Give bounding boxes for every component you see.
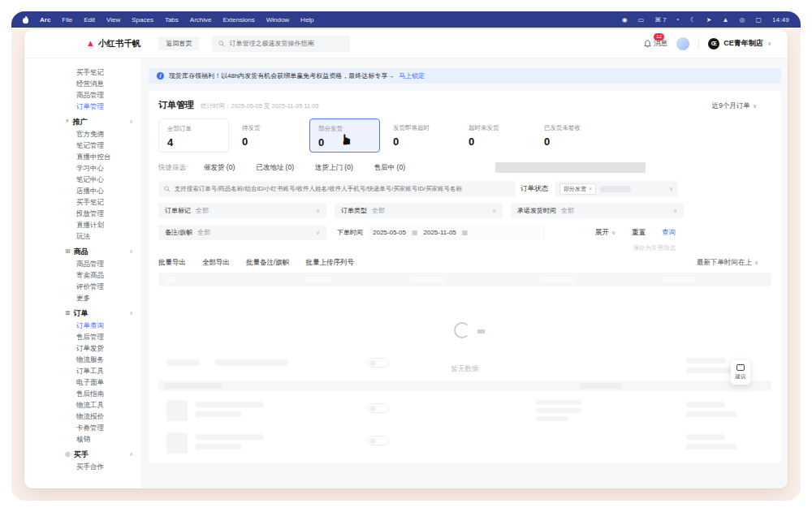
sort-select[interactable]: 最新下单时间在上 ∨ [697,258,758,268]
sidebar-item[interactable]: 物流服务 [24,354,141,365]
sidebar-item[interactable]: 电子面单 [24,376,141,388]
sidebar-item[interactable]: 玩法 [24,230,141,242]
menubar-item[interactable]: Arc [40,16,50,24]
sidebar-item[interactable]: 买手笔记 [24,67,141,78]
order-range-select[interactable]: 近9个月订单 ∨ [712,101,757,111]
sidebar-item[interactable]: 买手笔记 [24,196,141,208]
menubar-item[interactable]: View [106,16,120,24]
stat-card[interactable]: 待发货 0 [234,118,304,153]
sidebar-item[interactable]: 核销 [24,433,141,445]
sidebar-group-header[interactable]: ◎买手∧ [24,449,141,460]
sidebar-item[interactable]: 直播中控台 [24,151,141,162]
stat-card[interactable]: 超时未发货 0 [460,118,531,153]
sidebar-item[interactable]: 商品管理 [24,258,141,269]
header-search-box[interactable] [212,36,350,52]
menubar-item[interactable]: Archive [190,16,212,24]
order-status-tag[interactable]: 部分发货 × [559,183,596,195]
remark-flag-select[interactable]: 备注/旗帜 全部 ∨ [158,225,326,240]
qianfan-logo[interactable]: ▲ 小红书千帆 [86,38,140,49]
date-from-input[interactable]: 2025-05-05 [373,229,406,236]
app-window: ▲ 小红书千帆 返回首页 消息 12 Œ [24,29,788,488]
goods-icon: ⊞ [65,246,71,257]
stat-card[interactable]: 全部订单 4 [158,118,229,153]
promise-time-select[interactable]: 承诺发货时间 全部 ∨ [511,203,684,218]
menubar-item[interactable]: Window [266,16,289,24]
quick-filter-tab[interactable]: 送货上门 (0) [315,163,353,173]
apple-menu-icon[interactable] [23,16,29,24]
sidebar-group-header[interactable]: ⚡推广∧ [24,116,141,127]
menubar-item[interactable]: Edit [84,16,95,24]
record-icon[interactable]: ◉ [622,16,629,24]
order-search-box[interactable] [158,181,516,196]
menubar-item[interactable]: File [62,16,72,24]
menubar-item[interactable]: Extensions [223,16,255,24]
service-avatar[interactable] [676,37,689,50]
sidebar-item[interactable]: 投放管理 [24,208,141,219]
stat-card[interactable]: 已发货未签收 0 [536,118,607,153]
messages-button[interactable]: 消息 12 [644,39,667,49]
search-icon [218,41,225,47]
reset-button[interactable]: 重置 [632,228,646,238]
sidebar-item[interactable]: 订单管理 [24,101,141,112]
sidebar-item[interactable]: 商品管理 [24,89,141,101]
batch-action-link[interactable]: 批量备注/旗帜 [246,258,289,268]
sidebar-item[interactable]: 官方免佣 [24,128,141,140]
sidebar-item[interactable]: 笔记中心 [24,174,141,185]
sidebar-item[interactable]: 物流报价 [24,411,141,422]
batch-action-link[interactable]: 全部导出 [202,258,230,268]
shop-switcher[interactable]: Œ CE青年制店 ∨ [708,38,771,49]
sidebar-item[interactable]: 卡券管理 [24,422,141,433]
sidebar-item[interactable]: 物流工具 [24,399,141,411]
moon-icon[interactable]: ☾ [690,16,698,24]
sidebar-group-header[interactable]: ≣订单∧ [24,308,141,319]
header-search-input[interactable] [229,40,343,47]
sidebar-item[interactable]: 店播中心 [24,185,141,196]
menubar-item[interactable]: Help [300,16,313,24]
sidebar-item[interactable]: 订单查询 [24,320,141,331]
quick-filter-tab[interactable]: 催发货 (0) [204,163,235,173]
chat-bubble-icon[interactable]: ▭ [638,16,646,24]
sidebar-item[interactable]: 买手合作 [24,461,141,472]
remove-tag-icon[interactable]: × [589,186,592,191]
compass-icon[interactable]: ◎ [739,16,746,24]
sidebar-item[interactable]: 订单工具 [24,365,141,376]
date-to-input[interactable]: 2025-11-05 [423,229,456,236]
calendar-icon[interactable]: ▦ [462,229,469,236]
order-mark-select[interactable]: 订单标记 全部 ∨ [158,203,326,218]
sidebar-item[interactable]: 笔记管理 [24,140,141,151]
order-type-select[interactable]: 订单类型 全部 ∨ [335,203,503,218]
bird-icon[interactable]: ➤ [706,16,714,24]
bag-icon[interactable]: ▲ [723,16,731,24]
menubar-item[interactable]: Tabs [165,16,179,24]
quick-filter-tab[interactable]: 售后中 (0) [374,163,405,173]
order-status-select[interactable]: 部分发货 × ∨ [555,181,678,196]
calendar-icon[interactable]: ▦ [412,229,418,236]
loading-spinner-dash [477,329,485,333]
sidebar-item[interactable]: 更多 [24,292,141,303]
batch-action-link[interactable]: 批量导出 [158,258,186,268]
sidebar-item[interactable]: 评价管理 [24,281,141,292]
sidebar-item[interactable]: 学习中心 [24,162,141,174]
back-home-button[interactable]: 返回首页 [158,37,199,50]
save-filter-hint[interactable]: 保存为常用筛选 [158,244,771,252]
stat-card[interactable]: 发货即将超时 0 [385,118,456,153]
sidebar-group-header[interactable]: ⊞商品∧ [24,246,141,257]
sidebar-item[interactable]: 寄卖商品 [24,269,141,281]
display-icon[interactable]: ▢ [755,16,763,24]
order-search-input[interactable] [175,185,510,192]
sidebar-item[interactable]: 售后管理 [24,331,141,342]
batch-action-link[interactable]: 批量上传序列号 [305,258,354,268]
feedback-widget[interactable]: 建议 [731,360,750,385]
sidebar-item[interactable]: 售后指南 [24,388,141,399]
expand-filters-button[interactable]: 展开 ∨ [595,228,615,238]
query-button[interactable]: 查询 [662,228,676,238]
sidebar-item[interactable]: 直播计划 [24,219,141,230]
menubar-item[interactable]: Spaces [132,16,153,24]
sidebar-item[interactable]: 经营消息 [24,78,141,89]
eye-icon[interactable]: ◔ [676,16,681,24]
quick-filter-tab[interactable]: 已改地址 (0) [256,163,294,173]
input-source-icon[interactable]: ⌘7 [654,16,666,24]
menubar-clock[interactable]: 14:49 [772,16,789,24]
banner-link[interactable]: 马上锁定 [399,71,425,80]
sidebar-item[interactable]: 订单发货 [24,342,141,354]
